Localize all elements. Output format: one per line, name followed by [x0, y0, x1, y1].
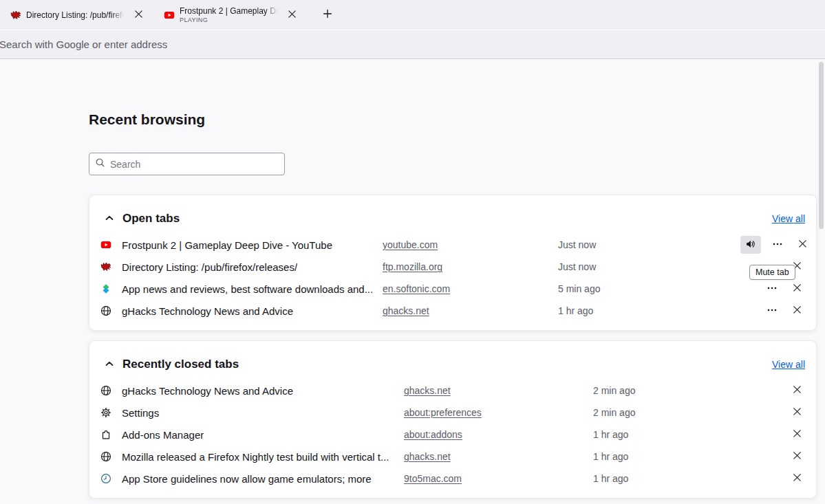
new-tab-button[interactable]: [319, 7, 336, 23]
address-bar-placeholder: Search with Google or enter address: [0, 39, 167, 50]
open-tab-time: 5 min ago: [558, 283, 740, 294]
closed-tab-title: Settings: [122, 407, 159, 419]
closed-tab-title: Add-ons Manager: [122, 429, 204, 441]
tab-title: Frostpunk 2 | Gameplay Deep Div: [180, 6, 279, 16]
open-tab-url-link[interactable]: ghacks.net: [383, 305, 429, 316]
tab-close-button[interactable]: [283, 7, 300, 23]
close-icon: [792, 450, 802, 463]
three-dots-icon: [772, 239, 783, 252]
close-icon: [797, 239, 808, 251]
youtube-favicon-icon: [164, 10, 175, 21]
tab-close-button[interactable]: [130, 7, 147, 23]
tab-text: Frostpunk 2 | Gameplay Deep Div PLAYING: [180, 6, 279, 23]
plus-icon: [322, 8, 333, 21]
softonic-favicon-icon: [100, 283, 111, 294]
open-tabs-card: Open tabs View all Frostpunk 2 | Gamepla…: [89, 195, 817, 331]
close-icon: [133, 9, 144, 21]
dismiss-row-button[interactable]: [789, 426, 805, 443]
open-tab-row[interactable]: Frostpunk 2 | Gameplay Deep Dive - YouTu…: [100, 234, 805, 256]
scrollbar-thumb[interactable]: [819, 62, 824, 229]
collapse-closed-tabs-button[interactable]: [100, 355, 118, 373]
recently-closed-header: Recently closed tabs View all: [100, 349, 805, 380]
closed-tab-title: App Store guidelines now allow game emul…: [122, 473, 372, 485]
dismiss-row-button[interactable]: [789, 303, 805, 319]
collapse-open-tabs-button[interactable]: [100, 210, 118, 228]
three-dots-icon: [767, 283, 778, 296]
search-box[interactable]: [89, 153, 285, 175]
closed-tab-row[interactable]: App Store guidelines now allow game emul…: [100, 468, 805, 490]
closed-tab-row[interactable]: gHacks Technology News and Advice ghacks…: [100, 380, 805, 402]
dismiss-row-button[interactable]: [789, 382, 805, 399]
closed-tab-time: 1 hr ago: [593, 429, 778, 440]
closed-tab-time: 1 hr ago: [593, 473, 778, 484]
open-tab-title: Directory Listing: /pub/firefox/releases…: [122, 261, 297, 273]
close-icon: [792, 406, 802, 419]
dismiss-row-button[interactable]: [789, 448, 805, 465]
open-tab-url-link[interactable]: ftp.mozilla.org: [383, 261, 442, 272]
chevron-up-icon: [104, 212, 115, 226]
open-tab-time: Just now: [558, 239, 740, 250]
row-options-button[interactable]: [764, 303, 780, 319]
close-icon: [287, 9, 297, 21]
browser-tab[interactable]: Frostpunk 2 | Gameplay Deep Div PLAYING: [159, 2, 301, 28]
puzzle-icon: [100, 429, 111, 440]
globe-favicon-icon: [100, 305, 111, 316]
closed-tab-time: 2 min ago: [593, 385, 778, 396]
tab-strip: Directory Listing: /pub/firefox/re Frost…: [0, 0, 825, 30]
close-icon: [792, 384, 802, 397]
open-tab-row[interactable]: Directory Listing: /pub/firefox/releases…: [100, 256, 805, 278]
tab-text: Directory Listing: /pub/firefox/re: [26, 10, 125, 20]
youtube-favicon-icon: [100, 239, 111, 250]
open-tab-time: 1 hr ago: [558, 305, 740, 316]
recently-closed-card: Recently closed tabs View all gHacks Tec…: [89, 340, 817, 498]
mute-tab-tooltip: Mute tab: [749, 265, 795, 280]
closed-tab-url-link[interactable]: about:preferences: [404, 407, 482, 418]
three-dots-icon: [767, 305, 778, 318]
close-icon: [792, 283, 802, 295]
tab-status-badge: PLAYING: [180, 17, 279, 23]
mute-tab-button[interactable]: [740, 236, 761, 254]
gear-icon: [100, 407, 111, 418]
dismiss-row-button[interactable]: [789, 470, 805, 487]
closed-tab-url-link[interactable]: ghacks.net: [404, 385, 451, 396]
open-tab-url-link[interactable]: youtube.com: [383, 239, 438, 250]
open-tab-time: Just now: [558, 261, 740, 272]
speaker-icon: [745, 239, 756, 252]
browser-tab[interactable]: Directory Listing: /pub/firefox/re: [6, 2, 148, 28]
dismiss-row-button[interactable]: [789, 404, 805, 421]
row-options-button[interactable]: [764, 281, 780, 297]
closed-tab-title: Mozilla released a Firefox Nightly test …: [122, 451, 389, 463]
open-tab-row[interactable]: gHacks Technology News and Advice ghacks…: [100, 300, 805, 322]
open-tabs-heading: Open tabs: [122, 212, 180, 226]
dino-favicon-icon: [100, 261, 111, 272]
closed-tab-url-link[interactable]: about:addons: [404, 429, 462, 440]
firefox-view-page: Recent browsing Open tabs View all Frost…: [0, 110, 825, 498]
closed-tabs-view-all-link[interactable]: View all: [772, 359, 805, 370]
tab-title: Directory Listing: /pub/firefox/re: [26, 10, 125, 20]
dino-favicon-icon: [10, 10, 21, 21]
open-tab-title: Frostpunk 2 | Gameplay Deep Dive - YouTu…: [122, 239, 332, 251]
close-icon: [792, 305, 802, 317]
open-tab-row[interactable]: App news and reviews, best software down…: [100, 278, 805, 300]
search-input[interactable]: [110, 159, 279, 170]
closed-tab-time: 1 hr ago: [593, 451, 778, 462]
closed-tab-row[interactable]: Add-ons Manager about:addons 1 hr ago: [100, 424, 805, 446]
open-tab-url-link[interactable]: en.softonic.com: [383, 283, 450, 294]
closed-tab-row[interactable]: Mozilla released a Firefox Nightly test …: [100, 446, 805, 468]
close-icon: [792, 472, 802, 485]
address-bar[interactable]: Search with Google or enter address: [0, 30, 825, 59]
closed-tab-url-link[interactable]: ghacks.net: [404, 451, 451, 462]
row-options-button[interactable]: [769, 237, 786, 253]
closed-tab-row[interactable]: Settings about:preferences 2 min ago: [100, 402, 805, 424]
dismiss-row-button[interactable]: [794, 237, 811, 253]
dismiss-row-button[interactable]: [789, 281, 805, 297]
recently-closed-heading: Recently closed tabs: [122, 358, 239, 371]
chevron-up-icon: [104, 358, 115, 371]
closed-tab-url-link[interactable]: 9to5mac.com: [404, 473, 462, 484]
close-icon: [792, 428, 802, 441]
open-tabs-view-all-link[interactable]: View all: [772, 213, 805, 224]
globe-icon: [100, 385, 111, 396]
open-tab-title: App news and reviews, best software down…: [122, 283, 373, 295]
page-title: Recent browsing: [89, 110, 825, 129]
open-tabs-header: Open tabs View all: [100, 204, 805, 234]
